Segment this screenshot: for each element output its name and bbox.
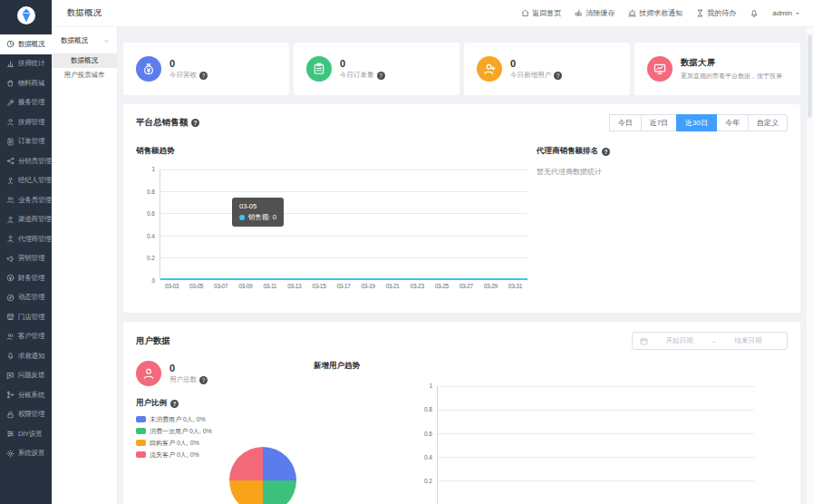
- sidebar-item[interactable]: 业务员管理: [0, 190, 52, 210]
- x-tick: 03-29: [479, 283, 503, 289]
- submenu-item[interactable]: 用户投票城市: [52, 68, 117, 82]
- sidebar-item-label: 系统设置: [18, 449, 44, 458]
- new-users-value: 0: [510, 58, 562, 69]
- legend-item[interactable]: 回购客户 0人, 0%: [136, 437, 305, 449]
- sidebar-item[interactable]: 技师管理: [0, 112, 52, 132]
- order-doc-icon: [6, 138, 15, 146]
- sidebar-item[interactable]: 物料商城: [0, 73, 52, 93]
- sidebar-item[interactable]: 门店管理: [0, 307, 52, 327]
- y-tick: 0.4: [424, 454, 432, 460]
- username: admin: [772, 9, 792, 17]
- chevron-down-icon: [103, 38, 110, 44]
- sidebar-item-label: DIY设置: [18, 430, 43, 439]
- app-logo[interactable]: [0, 0, 52, 30]
- legend-swatch-icon: [136, 428, 146, 434]
- topbar-right: 返回首页 清除缓存 技师求救通知 我的待办: [521, 8, 801, 18]
- range-tab[interactable]: 今年: [716, 114, 749, 131]
- sidebar-item[interactable]: 问题反馈: [0, 366, 52, 386]
- bigscreen-title: 数据大屏: [681, 57, 782, 69]
- logo-gem-icon: [17, 6, 35, 24]
- help-icon[interactable]: [199, 72, 208, 80]
- sidebar-item[interactable]: 渠道商管理: [0, 210, 52, 230]
- users-section: 用户数据 开始日期 - 结束日期 0 用户总数: [123, 322, 800, 504]
- sidebar-item-label: 渠道商管理: [18, 215, 52, 224]
- x-tick: 03-13: [282, 283, 306, 289]
- help-icon[interactable]: [199, 376, 208, 384]
- sidebar-item-label: 营销管理: [18, 254, 44, 263]
- service-wrench-icon: [6, 99, 15, 107]
- y-axis-labels: 10.80.60.40.2: [415, 383, 432, 484]
- bigscreen-subtitle: 更加直观的查看平台数据，便于投屏: [681, 72, 782, 81]
- help-icon[interactable]: [554, 72, 562, 80]
- x-tick: 03-31: [503, 283, 527, 289]
- sidebar-item[interactable]: 经纪人管理: [0, 171, 52, 191]
- sidebar-item-label: 技师管理: [18, 118, 44, 127]
- sidebar-item[interactable]: 数据概况: [0, 34, 52, 54]
- customer-people-icon: [6, 333, 15, 341]
- sidebar-item[interactable]: 动态管理: [0, 288, 52, 308]
- sidebar-item[interactable]: 财务管理: [0, 268, 52, 288]
- sales-trend-chart: 10.80.60.40.20 03-05 销售额: 0: [136, 170, 527, 289]
- legend-swatch-icon: [136, 451, 146, 458]
- topbar-link-label: 返回首页: [532, 8, 561, 18]
- topbar-link[interactable]: 清除缓存: [575, 8, 615, 18]
- range-tab[interactable]: 自定义: [748, 114, 788, 131]
- sidebar-item[interactable]: 分账系统: [0, 385, 52, 405]
- sidebar-item[interactable]: 求救通知: [0, 346, 52, 366]
- range-tab[interactable]: 近7日: [641, 114, 677, 131]
- y-tick: 1: [151, 166, 155, 172]
- sidebar-item-label: 数据概况: [18, 40, 44, 49]
- y-tick: 0.6: [424, 431, 432, 437]
- mall-bag-icon: [6, 79, 15, 87]
- stat-card-bigscreen[interactable]: 数据大屏 更加直观的查看平台数据，便于投屏: [634, 43, 800, 95]
- submenu-dropdown[interactable]: 数据概况: [52, 27, 117, 53]
- sidebar-item-label: 财务管理: [18, 274, 44, 283]
- page-title: 数据概况: [67, 7, 102, 19]
- date-range-picker[interactable]: 开始日期 - 结束日期: [632, 332, 788, 350]
- sidebar-item[interactable]: 系统设置: [0, 444, 52, 464]
- sidebar-item[interactable]: 订单管理: [0, 132, 52, 152]
- start-date-input[interactable]: 开始日期: [648, 336, 711, 345]
- topbar-link[interactable]: 技师求救通知: [628, 8, 682, 18]
- sos-alarm-icon: [628, 9, 636, 17]
- topbar-link-label: 技师求救通知: [639, 8, 682, 18]
- user-menu[interactable]: admin: [772, 9, 801, 17]
- primary-nav: 数据概况 技师统计 物料商城 服务管理: [0, 30, 52, 463]
- legend-item[interactable]: 消费一次用户 0人, 0%: [136, 425, 305, 437]
- help-icon[interactable]: [377, 72, 385, 80]
- sidebar-item-label: 物料商城: [18, 79, 44, 88]
- topbar-link[interactable]: 返回首页: [521, 8, 561, 18]
- x-tick: 03-15: [306, 283, 331, 289]
- help-icon[interactable]: [170, 400, 179, 408]
- total-users-value: 0: [169, 363, 208, 373]
- screen-icon: [647, 56, 673, 82]
- overview-clock-icon: [6, 40, 15, 48]
- sidebar-item[interactable]: 权限管理: [0, 405, 52, 425]
- y-tick: 1: [429, 383, 432, 389]
- sidebar-item-label: 经纪人管理: [18, 176, 52, 185]
- range-tab[interactable]: 近30日: [676, 114, 717, 131]
- legend-item[interactable]: 未消费用户 0人, 0%: [136, 413, 305, 425]
- help-icon[interactable]: [191, 119, 199, 127]
- technician-icon: [6, 118, 15, 126]
- topbar-link[interactable]: 我的待办: [696, 8, 736, 18]
- sidebar-item[interactable]: 营销管理: [0, 249, 52, 269]
- agent-person-icon: [6, 235, 15, 243]
- scrollbar[interactable]: [807, 27, 813, 504]
- sidebar-item[interactable]: DIY设置: [0, 424, 52, 444]
- legend-label: 回购客户 0人, 0%: [150, 439, 199, 448]
- sidebar-item[interactable]: 技师统计: [0, 54, 52, 74]
- submenu-item[interactable]: 数据概况: [52, 53, 117, 68]
- sidebar-item[interactable]: 代理商管理: [0, 229, 52, 249]
- x-tick: 03-07: [208, 283, 233, 289]
- bell-icon[interactable]: [750, 9, 759, 18]
- plot-area: [437, 386, 754, 504]
- scrollbar-thumb[interactable]: [808, 34, 812, 118]
- range-tab[interactable]: 今日: [609, 114, 642, 131]
- end-date-input[interactable]: 结束日期: [717, 336, 779, 345]
- help-icon[interactable]: [602, 148, 610, 156]
- sidebar-item[interactable]: 服务管理: [0, 93, 52, 113]
- sidebar-item[interactable]: 客户管理: [0, 327, 52, 347]
- sidebar-item[interactable]: 分销员管理: [0, 151, 52, 171]
- plot-area: 03-05 销售额: 0: [160, 170, 527, 280]
